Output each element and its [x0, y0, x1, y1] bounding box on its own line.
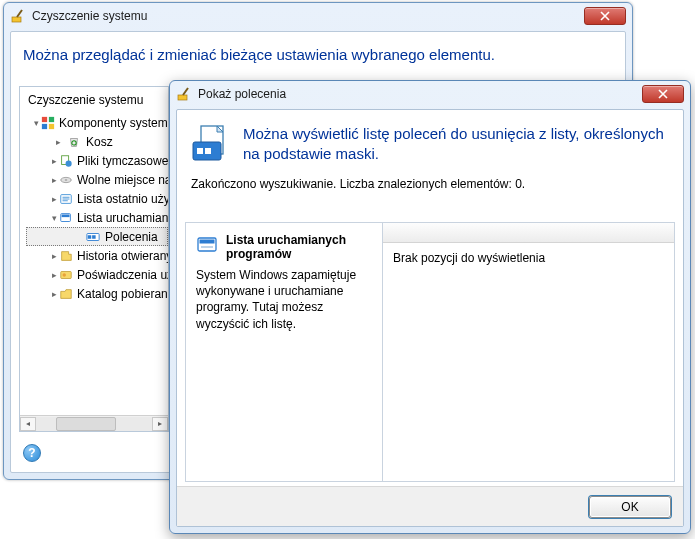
chevron-right-icon[interactable]: ▸	[52, 136, 64, 148]
front-body: Można wyświetlić listę poleceń do usunię…	[176, 109, 684, 527]
search-result-text: Zakończono wyszukiwanie. Liczba znalezio…	[177, 173, 683, 197]
svg-rect-18	[88, 235, 92, 239]
chevron-right-icon[interactable]: ▸	[52, 250, 57, 262]
back-titlebar[interactable]: Czyszczenie systemu	[4, 3, 632, 29]
tree-node-label: Komponenty systemowe	[59, 116, 169, 130]
ok-button-label: OK	[621, 500, 638, 514]
split-panel: Lista uruchamianych programów System Win…	[185, 222, 675, 482]
tree-node-root[interactable]: ▾ Komponenty systemowe	[26, 113, 168, 132]
close-button[interactable]	[584, 7, 626, 25]
svg-rect-29	[200, 240, 215, 244]
tree-node-label: Kosz	[86, 135, 113, 149]
svg-point-21	[63, 273, 67, 277]
tree-node-label: Pliki tymczasowe	[77, 154, 168, 168]
tree-node-label: Poświadczenia użytkownika	[77, 268, 169, 282]
run-window-icon	[196, 234, 218, 256]
svg-rect-2	[42, 116, 47, 121]
run-dialog-icon	[191, 124, 231, 164]
windows-icon	[41, 115, 55, 131]
chevron-right-icon[interactable]: ▸	[52, 269, 57, 281]
left-pane-title: Lista uruchamianych programów	[226, 233, 372, 261]
disk-icon	[59, 172, 73, 188]
chevron-right-icon[interactable]: ▸	[52, 174, 57, 186]
temp-files-icon	[59, 153, 73, 169]
download-folder-icon	[59, 286, 73, 302]
chevron-right-icon[interactable]: ▸	[52, 155, 57, 167]
front-heading: Można wyświetlić listę poleceń do usunię…	[243, 124, 669, 165]
run-list-icon	[59, 210, 73, 226]
tree-node-pliki[interactable]: ▸ Pliki tymczasowe	[26, 151, 168, 170]
tree-node-posw[interactable]: ▸ Poświadczenia użytkownika	[26, 265, 168, 284]
results-column-header[interactable]	[383, 223, 674, 243]
svg-rect-5	[49, 123, 54, 128]
show-commands-window: Pokaż polecenia Można wyświetlić listę p…	[169, 80, 691, 534]
svg-rect-16	[62, 214, 70, 217]
svg-point-8	[66, 160, 72, 166]
tree-node-label: Historia otwieranych	[77, 249, 169, 263]
svg-rect-19	[92, 235, 96, 239]
recycle-bin-icon	[66, 134, 82, 150]
button-bar: OK	[177, 486, 683, 526]
front-titlebar[interactable]: Pokaż polecenia	[170, 81, 690, 107]
results-pane: Brak pozycji do wyświetlenia	[383, 222, 675, 482]
close-button[interactable]	[642, 85, 684, 103]
description-pane: Lista uruchamianych programów System Win…	[185, 222, 383, 482]
back-heading: Można przeglądać i zmieniać bieżące usta…	[11, 32, 625, 73]
svg-rect-3	[49, 116, 54, 121]
tree-node-label: Katalog pobierania	[77, 287, 169, 301]
scroll-left-button[interactable]: ◂	[20, 417, 36, 431]
svg-rect-27	[205, 148, 211, 154]
tree-title: Czyszczenie systemu	[20, 87, 168, 111]
svg-line-1	[17, 10, 22, 17]
tree: ▾ Komponenty systemowe ▸ Kosz ▸	[20, 111, 168, 303]
tree-panel: Czyszczenie systemu ▾ Komponenty systemo…	[19, 86, 169, 432]
svg-rect-22	[178, 95, 187, 100]
chevron-down-icon[interactable]: ▾	[34, 117, 39, 129]
commands-icon	[85, 229, 101, 245]
svg-rect-0	[12, 17, 21, 22]
help-icon[interactable]: ?	[23, 444, 41, 462]
ok-button[interactable]: OK	[589, 496, 671, 518]
tree-node-label: Polecenia	[105, 230, 158, 244]
scroll-track[interactable]	[36, 417, 152, 431]
broom-icon	[176, 86, 192, 102]
left-pane-description: System Windows zapamiętuje wykonywane i …	[196, 267, 372, 332]
recent-list-icon	[59, 191, 73, 207]
scroll-right-button[interactable]: ▸	[152, 417, 168, 431]
tree-node-lista-uru[interactable]: ▾ Lista uruchamianych	[26, 208, 168, 227]
back-window-title: Czyszczenie systemu	[32, 9, 584, 23]
broom-icon	[10, 8, 26, 24]
tree-node-label: Lista uruchamianych	[77, 211, 169, 225]
credentials-icon	[59, 267, 73, 283]
tree-node-label: Wolne miejsce na dysku	[77, 173, 169, 187]
tree-node-wolne[interactable]: ▸ Wolne miejsce na dysku	[26, 170, 168, 189]
tree-node-label: Lista ostatnio używanych	[77, 192, 169, 206]
svg-point-10	[65, 179, 68, 180]
svg-rect-26	[197, 148, 203, 154]
front-window-title: Pokaż polecenia	[198, 87, 642, 101]
svg-rect-4	[42, 123, 47, 128]
scroll-thumb[interactable]	[56, 417, 116, 431]
chevron-right-icon[interactable]: ▸	[52, 193, 57, 205]
history-icon	[59, 248, 73, 264]
tree-node-kosz[interactable]: ▸ Kosz	[26, 132, 168, 151]
chevron-right-icon[interactable]: ▸	[52, 288, 57, 300]
chevron-down-icon[interactable]: ▾	[52, 212, 57, 224]
tree-node-historia[interactable]: ▸ Historia otwieranych	[26, 246, 168, 265]
svg-line-23	[183, 88, 188, 95]
results-empty-text: Brak pozycji do wyświetlenia	[383, 243, 674, 273]
tree-node-lista-ost[interactable]: ▸ Lista ostatnio używanych	[26, 189, 168, 208]
tree-node-polecenia[interactable]: ▸ Polecenia	[26, 227, 168, 246]
horizontal-scrollbar[interactable]: ◂ ▸	[20, 415, 168, 431]
tree-node-katalog[interactable]: ▸ Katalog pobierania	[26, 284, 168, 303]
